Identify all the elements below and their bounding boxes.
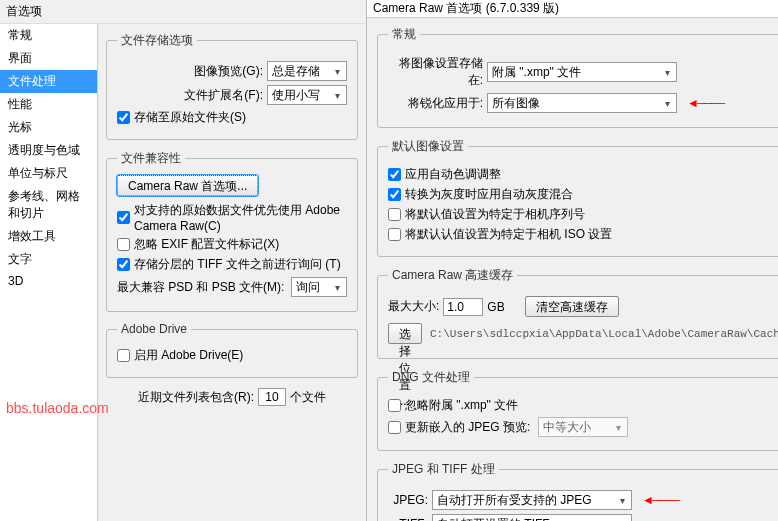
sidebar-item-plugins[interactable]: 增效工具 [0,225,97,248]
prefer-raw-checkbox[interactable] [117,211,130,224]
embed-jpeg-checkbox[interactable] [388,421,401,434]
recent-label: 近期文件列表包含(R): [138,389,254,406]
gb-label: GB [487,300,504,314]
recent-files-input[interactable] [258,388,286,406]
max-size-input[interactable] [443,298,483,316]
cr-defaults-legend: 默认图像设置 [388,138,468,155]
watermark-text: bbs.tulaoda.com [6,400,109,416]
chevron-down-icon: ▾ [330,90,344,101]
chevron-down-icon: ▾ [615,495,629,506]
arrow-indicator-icon: ◄──── [642,493,678,507]
cr-dng-legend: DNG 文件处理 [388,369,474,386]
chevron-down-icon: ▾ [330,282,344,293]
prefer-raw-label: 对支持的原始数据文件优先使用 Adobe Camera Raw(C) [134,202,347,233]
save-settings-select[interactable]: 附属 ".xmp" 文件 ▾ [487,62,677,82]
auto-tone-checkbox[interactable] [388,168,401,181]
auto-tone-label: 应用自动色调调整 [405,166,501,183]
jpeg-label: JPEG: [388,493,428,507]
enable-drive-checkbox[interactable] [117,349,130,362]
per-serial-checkbox[interactable] [388,208,401,221]
file-save-group: 文件存储选项 图像预览(G): 总是存储 ▾ 文件扩展名(F): 使用小写 ▾ [106,32,358,140]
arrow-indicator-icon: ◄──── [687,96,723,110]
ignore-exif-checkbox[interactable] [117,238,130,251]
apply-sharpen-select[interactable]: 所有图像 ▾ [487,93,677,113]
sidebar-item-3d[interactable]: 3D [0,271,97,291]
sidebar-item-cursors[interactable]: 光标 [0,116,97,139]
auto-gray-checkbox[interactable] [388,188,401,201]
preferences-panel: 首选项 常规 界面 文件处理 性能 光标 透明度与色域 单位与标尺 参考线、网格… [0,0,367,521]
ignore-exif-label: 忽略 EXIF 配置文件标记(X) [134,236,279,253]
sidebar-item-type[interactable]: 文字 [0,248,97,271]
sidebar: 常规 界面 文件处理 性能 光标 透明度与色域 单位与标尺 参考线、网格和切片 … [0,24,98,521]
cr-jpeg-tiff-legend: JPEG 和 TIFF 处理 [388,461,499,478]
arrow-indicator-icon: ◄──── [642,517,678,521]
max-size-label: 最大大小: [388,298,439,315]
recent-suffix: 个文件 [290,389,326,406]
cr-dng-group: DNG 文件处理 忽略附属 ".xmp" 文件 更新嵌入的 JPEG 预览: 中… [377,369,778,451]
save-original-label: 存储至原始文件夹(S) [134,109,246,126]
per-iso-checkbox[interactable] [388,228,401,241]
sidebar-item-file-handling[interactable]: 文件处理 [0,70,97,93]
chevron-down-icon: ▾ [330,66,344,77]
per-serial-label: 将默认值设置为特定于相机序列号 [405,206,585,223]
cr-defaults-group: 默认图像设置 应用自动色调调整 转换为灰度时应用自动灰度混合 将默认值设置为特定… [377,138,778,257]
file-save-legend: 文件存储选项 [117,32,197,49]
camera-raw-panel: Camera Raw 首选项 (6.7.0.339 版) 常规 将图像设置存储在… [367,0,778,521]
select-location-button[interactable]: 选择位置 ... [388,323,422,344]
enable-drive-label: 启用 Adobe Drive(E) [134,347,243,364]
left-panel-title: 首选项 [0,0,366,24]
compat-group: 文件兼容性 Camera Raw 首选项... 对支持的原始数据文件优先使用 A… [106,150,358,312]
image-preview-select[interactable]: 总是存储 ▾ [267,61,347,81]
ignore-xmp-checkbox[interactable] [388,399,401,412]
chevron-down-icon: ▾ [660,67,674,78]
tiff-label: TIFF: [388,517,428,521]
auto-gray-label: 转换为灰度时应用自动灰度混合 [405,186,573,203]
file-ext-label: 文件扩展名(F): [173,87,263,104]
apply-sharpen-label: 将锐化应用于: [388,95,483,112]
chevron-down-icon: ▾ [611,422,625,433]
embed-jpeg-select[interactable]: 中等大小 ▾ [538,417,628,437]
ask-tiff-checkbox[interactable] [117,258,130,271]
image-preview-label: 图像预览(G): [173,63,263,80]
cr-general-group: 常规 将图像设置存储在: 附属 ".xmp" 文件 ▾ 将锐化应用于: 所有图像… [377,26,778,128]
adobe-drive-group: Adobe Drive 启用 Adobe Drive(E) [106,322,358,378]
max-psd-select[interactable]: 询问 ▾ [291,277,347,297]
chevron-down-icon: ▾ [660,98,674,109]
ask-tiff-label: 存储分层的 TIFF 文件之前进行询问 (T) [134,256,341,273]
tiff-handling-select[interactable]: 自动打开设置的 TIFF ▾ [432,514,632,521]
sidebar-item-interface[interactable]: 界面 [0,47,97,70]
embed-jpeg-label: 更新嵌入的 JPEG 预览: [405,419,530,436]
camera-raw-prefs-button[interactable]: Camera Raw 首选项... [117,175,258,196]
purge-cache-button[interactable]: 清空高速缓存 [525,296,619,317]
sidebar-item-guides[interactable]: 参考线、网格和切片 [0,185,97,225]
max-psd-label: 最大兼容 PSD 和 PSB 文件(M): [117,279,287,296]
jpeg-handling-select[interactable]: 自动打开所有受支持的 JPEG ▾ [432,490,632,510]
save-settings-label: 将图像设置存储在: [388,55,483,89]
per-iso-label: 将默认认值设置为特定于相机 ISO 设置 [405,226,612,243]
file-ext-select[interactable]: 使用小写 ▾ [267,85,347,105]
sidebar-item-general[interactable]: 常规 [0,24,97,47]
cr-general-legend: 常规 [388,26,420,43]
cache-path: C:\Users\sdlccpxia\AppData\Local\Adobe\C… [430,328,778,340]
compat-legend: 文件兼容性 [117,150,185,167]
cr-cache-group: Camera Raw 高速缓存 最大大小: GB 清空高速缓存 选择位置 ...… [377,267,778,359]
right-panel-title: Camera Raw 首选项 (6.7.0.339 版) [367,0,778,18]
sidebar-item-units[interactable]: 单位与标尺 [0,162,97,185]
sidebar-item-performance[interactable]: 性能 [0,93,97,116]
sidebar-item-transparency[interactable]: 透明度与色域 [0,139,97,162]
cr-cache-legend: Camera Raw 高速缓存 [388,267,517,284]
save-original-checkbox[interactable] [117,111,130,124]
ignore-xmp-label: 忽略附属 ".xmp" 文件 [405,397,518,414]
cr-jpeg-tiff-group: JPEG 和 TIFF 处理 JPEG: 自动打开所有受支持的 JPEG ▾ ◄… [377,461,778,521]
adobe-drive-legend: Adobe Drive [117,322,191,336]
